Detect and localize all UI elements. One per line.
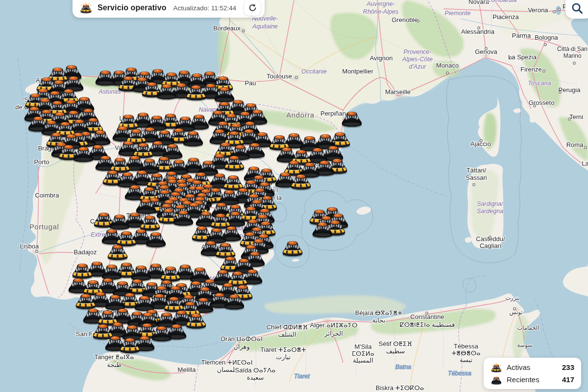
status-title: Servicio operativo (98, 3, 167, 12)
beacon-active-icon (79, 2, 93, 14)
map-label: Sardigna/Sardegna (477, 200, 504, 215)
map-label: سوسة (517, 342, 532, 349)
beacon-active-icon (490, 363, 502, 372)
city-dot (295, 76, 298, 79)
map-label: Tébessa (448, 370, 471, 377)
refresh-button[interactable] (244, 0, 261, 16)
map-label: Portugal (29, 222, 59, 231)
map-app: {"header":{"icon":"beacon-active-icon","… (0, 0, 588, 392)
map-label: Latina (582, 160, 588, 167)
map-label: Lombardia (488, 0, 516, 3)
map-label: M'Silaⵎⵙⵉⵍⴰالمسيلة (352, 343, 374, 364)
map-label: Lisboa (20, 243, 39, 250)
map-label: تونس (509, 309, 522, 316)
city-dot (585, 147, 587, 149)
map-label: Novara (468, 0, 490, 5)
map-label: Marseille (385, 88, 411, 96)
city-dot (243, 30, 245, 32)
city-dot (489, 236, 491, 239)
map-label: Porto (34, 158, 49, 166)
search-icon (571, 2, 584, 15)
city-dot (559, 91, 562, 94)
map-label: Perpiñan (320, 110, 346, 117)
map-label: Tiaret (294, 373, 310, 380)
status-card: Servicio operativo Actualizado: 11:52:44 (73, 0, 265, 18)
map-label: Batna (395, 364, 412, 370)
map-label: Andorra (286, 111, 315, 119)
city-dot (510, 57, 512, 59)
city-dot (544, 44, 547, 46)
city-dot (446, 72, 449, 74)
map-label: الحمامات (517, 324, 539, 331)
status-updated: Actualizado: 11:52:44 (173, 4, 237, 12)
city-dot (426, 312, 428, 315)
map-label: Bordeaux (213, 24, 241, 32)
map-label: Toscana (528, 80, 551, 87)
city-dot (543, 70, 545, 73)
map-label: Biskra ⵜⵉⵙⴽⵔⴰبسكرة (376, 384, 424, 392)
city-dot (417, 20, 419, 23)
map-label: Firenze (520, 66, 541, 73)
map-label: Perugia (559, 86, 581, 94)
map-label: Monaco (436, 62, 459, 69)
city-dot (473, 184, 475, 186)
map-label: Occitanie (301, 68, 327, 75)
map-label: Verona (528, 6, 548, 14)
map-label: Coimbra (35, 192, 59, 199)
map-label: بنزرت (505, 294, 519, 302)
map-label: Melilla (178, 366, 196, 373)
map-label: Asturias (98, 88, 121, 95)
city-dot (534, 105, 536, 107)
map-label: Grenoble (392, 16, 417, 24)
map-label: Avignon (370, 54, 393, 62)
legend-value-activas: 233 (562, 363, 574, 371)
map-label: Roma (566, 141, 584, 148)
beacon-recent-icon (490, 375, 502, 385)
legend-label-recientes: Recientes (507, 375, 558, 384)
map-label: Toulouse (267, 73, 292, 80)
city-dot (36, 250, 38, 253)
legend-label-activas: Activas (507, 363, 558, 371)
map-label: Terni (569, 113, 583, 121)
map-label: Tàttari/Sassari (466, 167, 487, 181)
map-label: La Spezia (508, 53, 537, 61)
base-map[interactable]: Santiagode CompostelaA CoruñaBragaPortoM… (0, 0, 588, 392)
legend-row-recent[interactable]: Recientes 417 (490, 375, 574, 385)
map-label: Piemonte (445, 10, 471, 17)
map-label: Pau (245, 79, 256, 87)
city-dot (480, 140, 483, 142)
city-dot (485, 48, 488, 50)
legend-value-recientes: 417 (562, 375, 574, 384)
search-button[interactable] (565, 0, 588, 19)
legend-card: Activas 233 Recientes 417 (484, 358, 581, 389)
city-dot (553, 11, 556, 13)
map-label: Bologna (535, 34, 558, 41)
map-label: Montpellier (342, 68, 373, 75)
city-dot (568, 118, 571, 121)
map-label: Parma (512, 32, 531, 39)
city-dot (558, 8, 561, 11)
city-dot (514, 308, 516, 310)
map-label: Piacenza (492, 13, 519, 21)
city-dot (573, 62, 576, 65)
map-label: Grosseto (529, 99, 555, 106)
legend-row-active[interactable]: Activas 233 (490, 363, 574, 372)
city-dot (478, 27, 480, 29)
refresh-icon (248, 4, 257, 12)
map-label: Badajoz (74, 248, 97, 256)
